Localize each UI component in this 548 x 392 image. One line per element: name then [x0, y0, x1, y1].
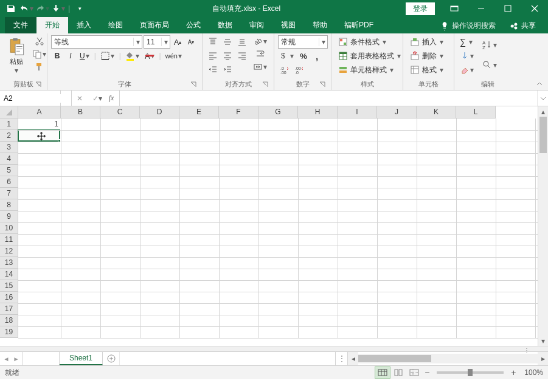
cancel-formula-button[interactable]: ✕ [72, 91, 88, 106]
align-bottom-button[interactable] [235, 36, 249, 48]
row-header-15[interactable]: 15 [0, 280, 18, 292]
redo-button[interactable]: ▾ [35, 1, 50, 16]
sort-filter-button[interactable]: AZ▾ [480, 35, 499, 55]
insert-cells-button[interactable]: 插入▾ [407, 35, 447, 49]
horizontal-scrollbar[interactable]: ◂ ▸ [347, 352, 548, 365]
tab-home[interactable]: 开始 [36, 17, 68, 33]
select-all-corner[interactable] [0, 106, 18, 119]
align-middle-button[interactable] [221, 36, 234, 48]
cell-styles-button[interactable]: 单元格样式▾ [335, 63, 397, 77]
row-header-7[interactable]: 7 [0, 188, 18, 199]
worksheet-grid[interactable]: ABCDEFGHIJKL 123456789101112131415161718… [0, 106, 548, 346]
comma-button[interactable]: , [311, 50, 323, 62]
cut-button[interactable] [30, 35, 49, 47]
align-right-button[interactable] [235, 50, 249, 62]
row-header-19[interactable]: 19 [0, 326, 18, 338]
fill-button[interactable]: ▾ [458, 50, 476, 62]
tab-formula[interactable]: 公式 [178, 17, 209, 33]
tab-view[interactable]: 视图 [272, 17, 304, 33]
row-header-11[interactable]: 11 [0, 234, 18, 246]
column-header-J[interactable]: J [377, 106, 417, 119]
confirm-formula-button[interactable]: ✓ [88, 91, 103, 106]
zoom-slider-knob[interactable] [468, 369, 473, 376]
scroll-up-button[interactable]: ▴ [538, 106, 548, 117]
increase-decimal-button[interactable]: .0.00 [278, 64, 291, 76]
align-center-button[interactable] [221, 50, 234, 62]
row-header-6[interactable]: 6 [0, 176, 18, 188]
alignment-dialog-launcher[interactable] [262, 81, 269, 88]
bold-button[interactable]: B [51, 50, 63, 62]
expand-formula-bar-button[interactable] [537, 91, 548, 106]
sheet-tab-menu[interactable]: ⋮ [335, 352, 347, 365]
copy-button[interactable]: ▾ [30, 48, 49, 60]
cells-area[interactable]: 1 [18, 119, 535, 346]
format-painter-button[interactable] [30, 61, 49, 73]
undo-button[interactable]: ▾ [19, 1, 34, 16]
row-header-10[interactable]: 10 [0, 222, 18, 234]
row-header-8[interactable]: 8 [0, 199, 18, 211]
formula-input[interactable] [120, 91, 537, 106]
column-header-C[interactable]: C [100, 106, 140, 119]
share-button[interactable]: 共享 [503, 18, 542, 33]
percent-button[interactable]: % [297, 50, 310, 62]
font-size-combo[interactable]: 11▾ [144, 35, 170, 49]
row-header-5[interactable]: 5 [0, 165, 18, 176]
row-header-18[interactable]: 18 [0, 315, 18, 326]
row-header-1[interactable]: 1 [0, 119, 18, 130]
row-header-12[interactable]: 12 [0, 246, 18, 257]
tab-insert[interactable]: 插入 [68, 17, 100, 33]
delete-cells-button[interactable]: 删除▾ [407, 49, 447, 63]
tab-layout[interactable]: 页面布局 [131, 17, 178, 33]
tab-data[interactable]: 数据 [209, 17, 241, 33]
row-header-4[interactable]: 4 [0, 153, 18, 165]
align-left-button[interactable] [206, 50, 220, 62]
new-sheet-button[interactable] [103, 352, 120, 365]
column-header-H[interactable]: H [298, 106, 338, 119]
qat-customize-button[interactable]: ▾ [72, 1, 87, 16]
cell-A1[interactable]: 1 [18, 119, 61, 130]
clipboard-dialog-launcher[interactable] [35, 81, 42, 88]
row-header-17[interactable]: 17 [0, 303, 18, 315]
zoom-out-button[interactable]: − [422, 368, 432, 377]
find-select-button[interactable]: ▾ [480, 55, 499, 75]
decrease-font-button[interactable]: A▾ [185, 36, 197, 48]
fill-color-button[interactable]: ▾ [123, 50, 142, 62]
column-header-D[interactable]: D [140, 106, 179, 119]
increase-indent-button[interactable] [221, 64, 234, 76]
autosum-button[interactable]: ∑▾ [458, 36, 475, 48]
column-header-E[interactable]: E [179, 106, 219, 119]
italic-button[interactable]: I [64, 50, 77, 62]
scroll-down-button[interactable]: ▾ [538, 335, 548, 346]
row-header-13[interactable]: 13 [0, 257, 18, 269]
minimize-button[interactable] [468, 0, 494, 17]
collapse-ribbon-button[interactable] [533, 79, 546, 89]
tab-foxit[interactable]: 福昕PDF [336, 17, 382, 33]
increase-font-button[interactable]: A▴ [172, 36, 184, 48]
insert-function-button[interactable]: fx [103, 91, 119, 106]
tab-review[interactable]: 审阅 [241, 17, 272, 33]
decrease-decimal-button[interactable]: .00.0 [293, 64, 306, 76]
paste-button[interactable]: 粘贴 ▾ [4, 35, 29, 77]
normal-view-button[interactable] [375, 366, 390, 379]
tab-help[interactable]: 帮助 [304, 17, 336, 33]
zoom-in-button[interactable]: + [508, 368, 518, 377]
row-header-14[interactable]: 14 [0, 269, 18, 280]
wrap-text-button[interactable] [251, 48, 269, 60]
page-layout-view-button[interactable] [390, 366, 406, 379]
row-header-9[interactable]: 9 [0, 211, 18, 222]
zoom-level[interactable]: 100% [524, 368, 543, 377]
row-header-3[interactable]: 3 [0, 142, 18, 153]
number-dialog-launcher[interactable] [319, 81, 326, 88]
underline-button[interactable]: U▾ [78, 50, 92, 62]
scroll-right-button[interactable]: ▸ [538, 352, 548, 365]
number-format-combo[interactable]: 常规▾ [278, 35, 328, 49]
column-header-L[interactable]: L [456, 106, 496, 119]
conditional-formatting-button[interactable]: 条件格式▾ [335, 35, 390, 49]
tab-file[interactable]: 文件 [5, 17, 36, 33]
row-header-16[interactable]: 16 [0, 292, 18, 303]
page-break-view-button[interactable] [406, 366, 422, 379]
vertical-scrollbar[interactable]: ▴ ▾ [538, 106, 548, 346]
sheet-nav-prev[interactable]: ◄► [0, 352, 23, 365]
split-handle[interactable]: ⋮ [524, 347, 530, 354]
column-header-I[interactable]: I [338, 106, 377, 119]
